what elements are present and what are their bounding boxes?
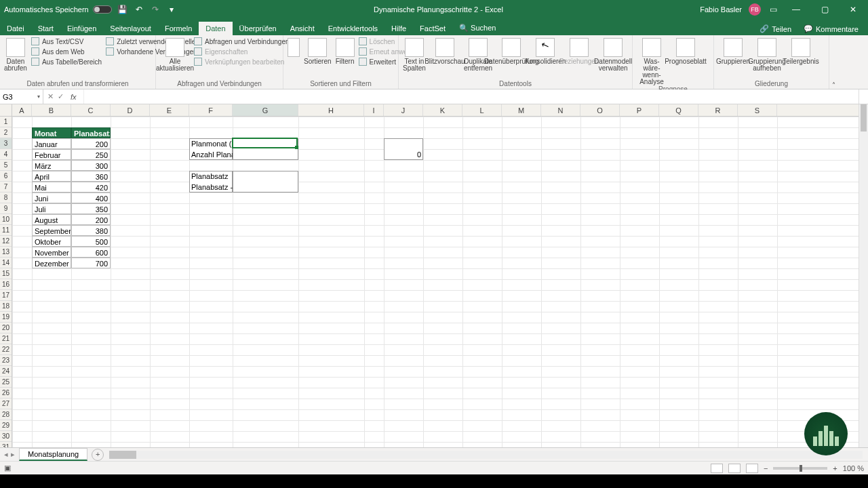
cell[interactable]: 350	[71, 203, 111, 214]
cancel-formula-icon[interactable]: ✕	[47, 92, 54, 101]
row-header[interactable]: 30	[0, 431, 12, 442]
row-header[interactable]: 13	[0, 247, 12, 258]
row-header[interactable]: 2	[0, 127, 12, 138]
cell[interactable]: 420	[71, 182, 111, 192]
column-header[interactable]: E	[150, 104, 189, 116]
cell[interactable]: April	[32, 171, 71, 182]
cell[interactable]: 360	[71, 171, 111, 182]
ribbon-item[interactable]: Verknüpfungen bearbeiten	[194, 57, 290, 66]
column-header[interactable]: K	[423, 104, 462, 116]
view-normal-button[interactable]	[711, 464, 723, 473]
ribbon-button[interactable]: Text in Spalten	[403, 37, 426, 72]
tab-überprüfen[interactable]: Überprüfen	[233, 22, 283, 35]
refresh-all-button[interactable]: Alle aktualisieren	[160, 37, 190, 72]
row-header[interactable]: 25	[0, 377, 12, 388]
row-header[interactable]: 11	[0, 225, 12, 236]
row-header[interactable]: 20	[0, 323, 12, 333]
zoom-level[interactable]: 100 %	[843, 464, 864, 472]
row-header[interactable]: 26	[0, 388, 12, 399]
cell[interactable]: März	[32, 160, 71, 171]
ribbon-button[interactable]: Teilergebnis	[786, 37, 816, 65]
view-pagelayout-button[interactable]	[728, 464, 741, 473]
column-header[interactable]: I	[364, 104, 384, 116]
tab-daten[interactable]: Daten	[199, 22, 232, 35]
row-header[interactable]: 12	[0, 236, 12, 247]
tab-formeln[interactable]: Formeln	[158, 22, 199, 35]
ribbon-button[interactable]: Gruppieren	[718, 37, 748, 65]
column-header[interactable]: G	[233, 104, 298, 116]
row-header[interactable]: 7	[0, 182, 12, 192]
column-header[interactable]: M	[502, 104, 541, 116]
view-pagebreak-button[interactable]	[746, 464, 758, 473]
row-header[interactable]: 5	[0, 160, 12, 171]
sort-az-button[interactable]	[288, 37, 300, 57]
column-header[interactable]: H	[298, 104, 364, 116]
zoom-out-button[interactable]: −	[764, 464, 768, 472]
comments-button[interactable]: 💬 Kommentare	[798, 22, 864, 35]
row-header[interactable]: 6	[0, 171, 12, 182]
column-header[interactable]: J	[384, 104, 423, 116]
cell[interactable]: Juli	[32, 203, 71, 214]
sort-button[interactable]: Sortieren	[304, 37, 332, 65]
filter-button[interactable]: Filtern	[336, 37, 355, 65]
row-header[interactable]: 1	[0, 117, 12, 127]
row-header[interactable]: 9	[0, 203, 12, 214]
row-header[interactable]: 29	[0, 420, 12, 431]
row-header[interactable]: 18	[0, 301, 12, 312]
zoom-in-button[interactable]: +	[833, 464, 837, 472]
cell[interactable]: 300	[71, 160, 111, 171]
tab-datei[interactable]: Datei	[0, 22, 31, 35]
tell-me-search[interactable]: 🔍 Suchen	[452, 21, 502, 35]
column-header[interactable]: N	[541, 104, 580, 116]
cell[interactable]: 200	[71, 138, 111, 149]
row-header[interactable]: 23	[0, 355, 12, 366]
cell[interactable]: Mai	[32, 182, 71, 192]
cell[interactable]: August	[32, 214, 71, 225]
cell[interactable]: 500	[71, 236, 111, 247]
undo-icon[interactable]: ↶	[134, 4, 144, 15]
row-header[interactable]: 4	[0, 149, 12, 160]
ribbon-button[interactable]: Duplikate entfernen	[464, 37, 492, 72]
sheet-nav-prev-icon[interactable]: ◂	[4, 450, 8, 459]
qat-customize-icon[interactable]: ▾	[166, 4, 177, 15]
column-header[interactable]: D	[111, 104, 150, 116]
column-header[interactable]: O	[580, 104, 620, 116]
cell[interactable]: Februar	[32, 149, 71, 160]
record-macro-icon[interactable]: ▣	[4, 464, 11, 472]
row-header[interactable]: 21	[0, 333, 12, 344]
sheet-tab[interactable]: Monatsplanung	[19, 448, 87, 461]
row-header[interactable]: 17	[0, 290, 12, 301]
cell[interactable]: Januar	[32, 138, 71, 149]
column-header[interactable]: A	[12, 104, 32, 116]
ribbon-button[interactable]: Prognoseblatt	[671, 37, 701, 65]
add-sheet-button[interactable]: +	[92, 449, 104, 461]
autosave-toggle[interactable]	[93, 5, 112, 14]
column-header[interactable]: L	[462, 104, 502, 116]
ribbon-button[interactable]: Datenüberprüfung	[496, 37, 526, 65]
share-button[interactable]: 🔗 Teilen	[754, 22, 797, 35]
row-header[interactable]: 10	[0, 214, 12, 225]
ribbon-item[interactable]: Aus dem Web	[31, 47, 102, 56]
column-header[interactable]: F	[189, 104, 233, 116]
ribbon-button[interactable]: Datenmodell verwalten	[598, 37, 628, 72]
tab-seitenlayout[interactable]: Seitenlayout	[103, 22, 158, 35]
ribbon-button[interactable]: Konsolidieren	[530, 37, 560, 65]
sheet-nav-next-icon[interactable]: ▸	[11, 450, 15, 459]
get-data-button[interactable]: Daten abrufen	[4, 37, 27, 72]
zoom-slider[interactable]	[773, 467, 827, 470]
column-header[interactable]: B	[32, 104, 71, 116]
vertical-scrollbar[interactable]	[859, 104, 868, 447]
cell[interactable]: 700	[71, 258, 111, 268]
cell[interactable]: Monat	[32, 127, 71, 138]
row-header[interactable]: 24	[0, 366, 12, 377]
row-header[interactable]: 15	[0, 268, 12, 279]
cell[interactable]: November	[32, 247, 71, 258]
cell[interactable]: Dezember	[32, 258, 71, 268]
select-all-corner[interactable]	[0, 104, 12, 116]
spreadsheet-grid[interactable]: ABCDEFGHIJKLMNOPQRS 12345678910111213141…	[0, 104, 868, 447]
column-header[interactable]: Q	[659, 104, 698, 116]
column-header[interactable]: P	[620, 104, 659, 116]
ribbon-item[interactable]: Aus Text/CSV	[31, 37, 102, 46]
cell[interactable]: 0	[384, 149, 423, 160]
row-header[interactable]: 19	[0, 312, 12, 323]
